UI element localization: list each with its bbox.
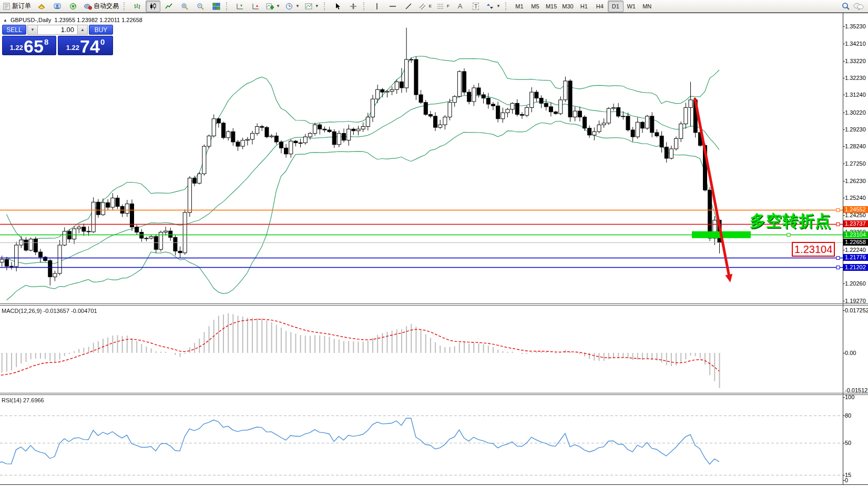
buy-price-panel[interactable]: 1.22 74 0: [58, 36, 113, 55]
dropdown-arrow-icon: ▼: [315, 4, 319, 8]
tile-windows-icon: [212, 3, 220, 10]
sell-price-panel[interactable]: 1.22 65 8: [2, 36, 56, 55]
equidistant-channel-icon: [419, 3, 427, 10]
timeframe-M1[interactable]: M1: [512, 1, 527, 12]
window-top-border: [0, 13, 868, 13]
equidistant-channel-button[interactable]: E: [417, 1, 434, 12]
price-tick-label: 1.29230: [845, 126, 868, 133]
vertical-line-icon: [374, 3, 380, 10]
volume-input[interactable]: [38, 25, 77, 35]
metaeditor-button[interactable]: [34, 1, 49, 12]
trendline-button[interactable]: [401, 1, 416, 12]
toolbar-grip: [226, 2, 230, 11]
rsi-axis-label: 100: [845, 394, 868, 400]
fibonacci-button[interactable]: F: [435, 1, 452, 12]
rsi-indicator-pane[interactable]: [0, 395, 843, 484]
macd-axis-zero: 0.00: [845, 350, 868, 356]
metaeditor-icon: [37, 3, 46, 10]
zoom-out-button[interactable]: [193, 1, 208, 12]
cursor-icon: [334, 3, 341, 10]
timeframe-M30[interactable]: M30: [559, 1, 576, 12]
text-label-button[interactable]: T: [468, 1, 483, 12]
search-icon[interactable]: [842, 2, 850, 11]
price-tick-label: 1.30220: [845, 109, 868, 116]
price-tick-label: 1.33220: [845, 58, 868, 64]
price-tick-label: 1.22240: [845, 247, 868, 253]
auto-trading-icon: [84, 3, 92, 10]
period-clock-button[interactable]: ▼: [283, 1, 302, 12]
zoom-out-icon: [197, 3, 205, 10]
timeframe-MN[interactable]: MN: [639, 1, 655, 12]
volume-stepper: ▼ ▲: [27, 25, 88, 35]
timeframe-H1[interactable]: H1: [576, 1, 592, 12]
price-line-label: 1.23104: [843, 231, 868, 238]
volume-up-button[interactable]: ▲: [77, 25, 88, 35]
auto-trading-button[interactable]: 自动交易: [81, 1, 121, 12]
volume-down-button[interactable]: ▼: [27, 25, 38, 35]
community-icon: [53, 3, 62, 10]
bar-chart-button[interactable]: [130, 1, 145, 12]
timeframe-M15[interactable]: M15: [543, 1, 559, 12]
current-price-label: 1.22658: [843, 239, 868, 246]
vertical-line-button[interactable]: [370, 1, 384, 12]
tile-windows-button[interactable]: [209, 1, 223, 12]
crosshair-button[interactable]: [346, 1, 361, 12]
bar-chart-icon: [134, 3, 141, 10]
timeframe-H4[interactable]: H4: [592, 1, 608, 12]
chat-icon[interactable]: [853, 2, 864, 11]
zoom-in-button[interactable]: [177, 1, 192, 12]
line-chart-button[interactable]: [161, 1, 176, 12]
timeframe-group: M1M5M15M30H1H4D1W1MN: [512, 1, 655, 12]
collapse-triangle-icon[interactable]: ▲: [3, 18, 7, 23]
timeframe-M5[interactable]: M5: [527, 1, 543, 12]
horizontal-line-icon: [389, 3, 396, 10]
template-button[interactable]: ▼: [303, 1, 321, 12]
crosshair-icon: [350, 3, 357, 10]
price-tick-label: 1.27250: [845, 160, 868, 167]
price-tick-label: 1.25240: [845, 195, 868, 201]
candlestick-chart-button[interactable]: [146, 1, 160, 12]
timeframe-D1[interactable]: D1: [608, 1, 624, 12]
symbol-period-label: GBPUSD-,Daily: [11, 17, 52, 23]
toolbar-grip: [324, 2, 328, 11]
toolbar-grip: [124, 2, 127, 11]
price-line-label: 1.21202: [843, 264, 868, 271]
arrange-a-icon: [236, 3, 244, 10]
cursor-button[interactable]: [330, 1, 345, 12]
signal-button[interactable]: [66, 1, 80, 12]
main-price-chart[interactable]: [0, 14, 843, 304]
text-a-glyph: A: [458, 2, 463, 10]
turning-point-annotation[interactable]: 多空转折点: [750, 210, 842, 232]
macd-name: MACD(12,26,9): [2, 308, 42, 314]
price-tick-label: 1.20260: [845, 280, 868, 287]
pane-splitter-rsi[interactable]: [0, 393, 868, 393]
price-callout-box[interactable]: 1.23104: [792, 242, 835, 257]
template-icon: [305, 3, 313, 10]
rsi-name: RSI(14): [2, 397, 22, 403]
one-click-trading-panel: SELL ▼ ▲ BUY 1.22 65 8 1.22 74 0: [2, 25, 113, 55]
timeframe-W1[interactable]: W1: [624, 1, 639, 12]
channel-e-glyph: E: [429, 4, 432, 8]
community-button[interactable]: [50, 1, 65, 12]
toolbar-grip: [505, 2, 509, 11]
price-tick-label: 1.35230: [845, 23, 868, 29]
fibonacci-icon: [437, 3, 445, 10]
signal-icon: [69, 3, 77, 10]
add-indicator-button[interactable]: ▼: [264, 1, 282, 12]
arrange-b-button[interactable]: [248, 1, 263, 12]
price-line-label: 1.24552: [843, 206, 868, 213]
new-order-button[interactable]: 新订单: [1, 1, 33, 12]
arrows-button[interactable]: ▼: [484, 1, 503, 12]
price-axis-border: [843, 13, 843, 484]
horizontal-line-button[interactable]: [385, 1, 400, 12]
arrange-a-button[interactable]: [232, 1, 247, 12]
price-line-label: 1.21776: [843, 254, 868, 261]
macd-indicator-pane[interactable]: [0, 306, 843, 392]
buy-button[interactable]: BUY: [89, 25, 113, 35]
sell-button[interactable]: SELL: [2, 25, 26, 35]
arrows-icon: [486, 3, 494, 10]
toolbar-right: [842, 2, 867, 11]
text-button[interactable]: A: [453, 1, 467, 12]
period-clock-icon: [285, 3, 293, 10]
candlestick-chart-icon: [149, 3, 157, 10]
